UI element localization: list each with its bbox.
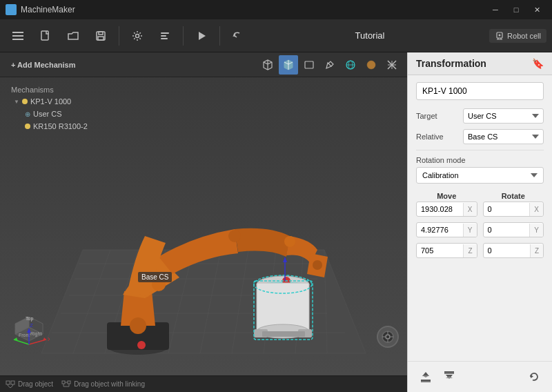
relative-row: Relative Base CS User CS World CS bbox=[416, 129, 544, 144]
open-button[interactable] bbox=[61, 23, 86, 48]
svg-marker-11 bbox=[199, 32, 206, 40]
titlebar-controls: ─ □ ✕ bbox=[486, 2, 546, 17]
reset-button[interactable] bbox=[524, 367, 544, 386]
svg-rect-10 bbox=[161, 38, 168, 39]
right-panel: Transformation 🔖 Target User CS Base CS … bbox=[407, 52, 552, 392]
undo-button[interactable] bbox=[226, 23, 250, 48]
solid-box-tool[interactable] bbox=[279, 55, 298, 75]
base-cs-label: Base CS bbox=[138, 272, 172, 282]
svg-rect-80 bbox=[62, 381, 65, 384]
svg-rect-9 bbox=[161, 35, 166, 37]
svg-point-48 bbox=[313, 260, 322, 270]
user-cs-item[interactable]: ⊕ User CS bbox=[0, 108, 110, 120]
toolbar-center: Tutorial bbox=[253, 30, 486, 41]
z-row: Z Z bbox=[416, 243, 544, 261]
rotation-mode-section: Rotation mode Calibration XYZ Euler ZYX … bbox=[416, 156, 544, 192]
move-x-input-wrapper: X bbox=[416, 202, 477, 217]
flat-box-tool[interactable] bbox=[299, 55, 319, 75]
rotation-mode-select[interactable]: Calibration XYZ Euler ZYX Euler Quaterni… bbox=[416, 167, 544, 184]
rotate-z-input[interactable] bbox=[484, 244, 530, 257]
x-row: X X bbox=[416, 202, 544, 219]
rotate-y-col: Y bbox=[483, 222, 544, 240]
rotation-mode-label: Rotation mode bbox=[416, 156, 544, 164]
app-name: MachineMaker bbox=[21, 5, 75, 14]
main-area: + Add Mechanism bbox=[0, 52, 552, 392]
circle-tool[interactable] bbox=[362, 55, 381, 75]
svg-rect-78 bbox=[6, 381, 10, 384]
svg-point-18 bbox=[367, 61, 375, 69]
mechanism-name-input[interactable] bbox=[416, 82, 544, 100]
target-select[interactable]: User CS Base CS World CS bbox=[463, 108, 544, 124]
close-button[interactable]: ✕ bbox=[527, 2, 546, 17]
robot-cell-badge[interactable]: Robot cell bbox=[489, 29, 546, 43]
menu-button[interactable] bbox=[6, 23, 30, 48]
svg-point-7 bbox=[136, 34, 139, 37]
relative-label: Relative bbox=[416, 133, 459, 141]
svg-rect-0 bbox=[12, 32, 23, 33]
svg-rect-1 bbox=[12, 35, 23, 37]
svg-point-47 bbox=[284, 236, 295, 247]
svg-text:Z: Z bbox=[30, 322, 33, 329]
new-button[interactable] bbox=[33, 23, 58, 48]
kp1-status-icon bbox=[22, 99, 28, 104]
move-y-axis-label: Y bbox=[463, 224, 477, 237]
move-x-input[interactable] bbox=[417, 202, 463, 216]
properties-button[interactable] bbox=[152, 23, 177, 48]
svg-point-44 bbox=[130, 317, 146, 334]
save-button[interactable] bbox=[88, 23, 113, 48]
svg-text:Right: Right bbox=[30, 331, 41, 337]
svg-rect-6 bbox=[98, 37, 103, 40]
settings-button[interactable] bbox=[125, 23, 150, 48]
kr150-label: KR150 R3100-2 bbox=[33, 122, 88, 130]
sphere-tool[interactable] bbox=[341, 55, 360, 75]
panel-title: Transformation bbox=[416, 58, 486, 69]
snap-to-ground-button[interactable] bbox=[416, 367, 435, 386]
svg-text:X: X bbox=[48, 336, 50, 342]
y-row: Y Y bbox=[416, 222, 544, 240]
move-z-input-wrapper: Z bbox=[416, 243, 477, 258]
rotate-x-axis-label: X bbox=[529, 203, 543, 216]
toolbar-divider-3 bbox=[219, 26, 220, 46]
kp1-tree-item[interactable]: ▼ KP1-V 1000 bbox=[0, 95, 110, 108]
titlebar-left: MachineMaker bbox=[6, 4, 75, 15]
statusbar: Drag object Drag object with linking bbox=[0, 375, 407, 392]
footer-icons-left bbox=[416, 367, 459, 386]
paint-tool[interactable] bbox=[320, 55, 339, 75]
axis-indicator: Front Right Top X Z bbox=[8, 306, 50, 348]
status-drag-label: Drag object bbox=[18, 380, 53, 388]
kr150-status-icon bbox=[25, 124, 30, 129]
align-button[interactable] bbox=[440, 367, 459, 386]
rotate-x-input-wrapper: X bbox=[483, 202, 544, 217]
add-mechanism-button[interactable]: + Add Mechanism bbox=[6, 58, 81, 72]
svg-marker-91 bbox=[531, 375, 533, 378]
move-z-input[interactable] bbox=[417, 244, 463, 257]
svg-point-13 bbox=[499, 34, 501, 36]
cross-tool[interactable] bbox=[382, 55, 402, 75]
rotate-y-input-wrapper: Y bbox=[483, 222, 544, 237]
svg-rect-81 bbox=[68, 381, 70, 384]
scene-tree: Mechanisms ▼ KP1-V 1000 ⊕ User CS KR150 … bbox=[0, 77, 110, 138]
kr150-item[interactable]: KR150 R3100-2 bbox=[0, 120, 110, 133]
camera-widget[interactable] bbox=[377, 326, 399, 348]
relative-select[interactable]: Base CS User CS World CS bbox=[463, 129, 544, 144]
wireframe-box-tool[interactable] bbox=[258, 55, 277, 75]
bookmark-icon[interactable]: 🔖 bbox=[532, 58, 544, 69]
status-drag-linking: Drag object with linking bbox=[61, 380, 145, 389]
play-button[interactable] bbox=[189, 23, 214, 48]
maximize-button[interactable]: □ bbox=[506, 2, 526, 17]
rotate-z-col: Z bbox=[483, 243, 544, 261]
divider-1 bbox=[416, 150, 544, 150]
rotate-z-axis-label: Z bbox=[530, 244, 543, 257]
rotate-y-input[interactable] bbox=[484, 223, 530, 237]
viewport-panel: + Add Mechanism bbox=[0, 52, 407, 392]
svg-text:Top: Top bbox=[26, 316, 33, 322]
minimize-button[interactable]: ─ bbox=[486, 2, 505, 17]
tree-arrow: ▼ bbox=[14, 99, 19, 105]
move-y-input[interactable] bbox=[417, 223, 463, 237]
svg-marker-84 bbox=[422, 375, 429, 378]
move-y-col: Y bbox=[416, 222, 477, 240]
rotate-x-input[interactable] bbox=[484, 202, 530, 216]
toolbar-divider-1 bbox=[119, 26, 119, 46]
kp1-label: KP1-V 1000 bbox=[30, 97, 71, 106]
sub-toolbar-tools bbox=[258, 55, 402, 75]
